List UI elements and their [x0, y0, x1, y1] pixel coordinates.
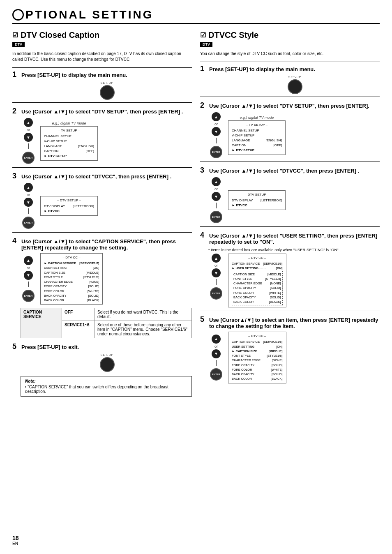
right-title-text: DTVCC Style [208, 30, 258, 40]
right-column: ☑ DTVCC Style DTV You can change the sty… [200, 30, 380, 397]
remote-col-r3: ▲ or ▼ ENTER [208, 177, 224, 223]
left-title-text: DTV Closed Caption [21, 30, 99, 40]
cursor-up-r3: ▲ [212, 177, 221, 186]
cursor-down-4: ▼ [24, 271, 33, 280]
left-desc: In addition to the basic closed caption … [12, 51, 192, 62]
setup-button-1[interactable] [100, 85, 115, 100]
enter-button-r5: ENTER [210, 368, 222, 381]
setup-button-r1[interactable] [288, 79, 302, 94]
cursor-up-4: ▲ [24, 256, 33, 265]
right-step-4: 4 Use [Cursor ▲/▼] to select "USER SETTI… [200, 231, 380, 311]
cursor-down-3: ▼ [24, 198, 33, 207]
remote-col: ▲ or ▼ ENTER [21, 118, 36, 164]
enter-button-r4: ENTER [210, 287, 222, 300]
setup-button-5[interactable] [100, 357, 115, 372]
remote-col-3: ▲ or ▼ ENTER [21, 183, 36, 229]
right-dtv-badge: DTV [200, 42, 212, 47]
menu-box-r3: – DTV SETUP – DTV DISPLAY[LETTERBOX] ► D… [228, 190, 286, 210]
cursor-down-r5: ▼ [212, 349, 221, 358]
enter-button-4: ENTER [22, 290, 35, 302]
title-text: PTIONAL SETTING [25, 8, 154, 21]
page-title: PTIONAL SETTING [12, 8, 380, 24]
remote-col-r4: ▲ or ▼ ENTER [208, 254, 224, 300]
left-step-2: 2 Use [Cursor ▲/▼] to select "DTV SETUP"… [12, 107, 192, 168]
cursor-up-r2: ▲ [212, 112, 221, 121]
right-step-2: 2 Use [Cursor ▲/▼] to select "DTV SETUP"… [200, 101, 380, 162]
left-section-title: ☑ DTV Closed Caption [12, 30, 192, 40]
check-icon-right: ☑ [200, 31, 206, 39]
remote-col-4: ▲ or ▼ ENTER [21, 256, 36, 302]
right-divider [200, 62, 380, 62]
menu-box-r4: – DTV CC – CAPTION SERVICE[SERVICE1/6] ►… [228, 254, 286, 307]
dotted-box: CAPTION SIZE[MIDDLE] FONT STYLE[STYLE1/8… [232, 271, 283, 306]
enter-button: ENTER [22, 152, 35, 164]
left-step-5: 5 Press [SET-UP] to exit. SET-UP [12, 342, 192, 372]
menu-box-4: – DTV CC – ► CAPTION SERVICE[SERVICE1/6]… [40, 253, 103, 305]
note-content: • "CAPTION SERVICE" that you can switch … [25, 385, 187, 394]
menu-box-r5: – DTV CC – CAPTION SERVICE[SERVICE1/6] U… [228, 332, 286, 383]
step4-note: • Items in the dotted box are available … [208, 247, 380, 252]
right-step-1: 1 Press [SET-UP] to display the main men… [200, 65, 380, 97]
cursor-down-r3: ▼ [212, 192, 221, 201]
right-step-3: 3 Use [Cursor ▲/▼] to select "DTVCC", th… [200, 166, 380, 227]
cursor-up: ▲ [24, 118, 33, 127]
left-dtv-badge: DTV [12, 42, 25, 47]
left-step-3: 3 Use [Cursor ▲/▼] to select "DTVCC", th… [12, 172, 192, 233]
remote-col-r5: ▲ or ▼ ENTER [208, 335, 224, 381]
left-step-4: 4 Use [Cursor ▲/▼] to select "CAPTION SE… [12, 237, 192, 338]
enter-button-3: ENTER [22, 217, 35, 229]
menu-box-r2: – TV SETUP – CHANNEL SETUP V-CHIP SETUP … [228, 120, 286, 155]
enter-button-r3: ENTER [210, 211, 222, 223]
cursor-up-3: ▲ [24, 183, 33, 192]
remote-col-r2: ▲ or ▼ ENTER [208, 112, 224, 158]
right-section-title: ☑ DTVCC Style [200, 30, 380, 40]
menu-box-3: – DTV SETUP – DTV DISPLAY[LETTERBOX] ► D… [40, 196, 98, 216]
right-desc: You can change the style of DTV CC such … [200, 51, 380, 57]
cursor-down-r2: ▼ [212, 127, 221, 136]
cursor-up-r5: ▲ [212, 335, 221, 344]
page-number: 18 EN [12, 535, 19, 546]
left-column: ☑ DTV Closed Caption DTV In addition to … [12, 30, 192, 397]
circle-o-icon [12, 9, 24, 21]
enter-button-r2: ENTER [210, 146, 222, 158]
menu-box-2: – TV SETUP – CHANNEL SETUP V-CHIP SETUP … [40, 126, 98, 161]
cursor-up-r4: ▲ [212, 254, 221, 263]
note-box: Note: • "CAPTION SERVICE" that you can s… [21, 376, 192, 397]
cursor-down: ▼ [24, 133, 33, 142]
divider [12, 67, 192, 68]
left-step-1: 1 Press [SET-UP] to display the main men… [12, 70, 192, 103]
caption-table: CAPTION SERVICE OFF Select if you do not… [21, 308, 192, 338]
check-icon: ☑ [12, 31, 18, 39]
right-step-5: 5 Use [Cursor▲/▼] to select an item, the… [200, 315, 380, 383]
cursor-down-r4: ▼ [212, 268, 221, 277]
